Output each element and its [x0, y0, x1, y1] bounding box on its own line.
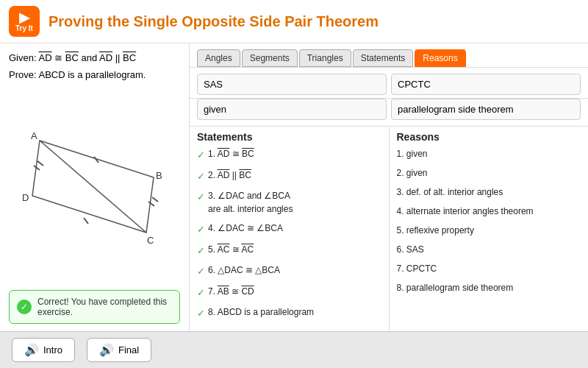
- reason-4: 4. alternate interior angles theorem: [397, 205, 534, 218]
- reason-input-given[interactable]: [197, 99, 387, 120]
- table-row: ✓ 1. AD ≅ BC: [197, 147, 381, 163]
- tab-reasons[interactable]: Reasons: [415, 49, 465, 67]
- success-message: ✓ Correct! You have completed this exerc…: [9, 290, 180, 324]
- svg-text:C: C: [147, 235, 154, 246]
- table-row: ✓ 3. ∠DAC and ∠BCAare alt. interior angl…: [197, 189, 381, 216]
- table-row: ✓ 6. △DAC ≅ △BCA: [197, 263, 381, 279]
- check-7: ✓: [197, 286, 205, 300]
- table-row: ✓ 5. AC ≅ AC: [197, 243, 381, 258]
- success-icon: ✓: [17, 300, 32, 314]
- given-prefix: Given:: [9, 52, 38, 63]
- reason-5: 5. reflexive property: [397, 224, 474, 237]
- svg-text:A: A: [31, 130, 37, 141]
- reason-input-sas[interactable]: [197, 74, 387, 95]
- main-area: Given: AD ≅ BC and AD || BC Prove: ABCD …: [0, 43, 588, 331]
- left-panel: Given: AD ≅ BC and AD || BC Prove: ABCD …: [0, 43, 190, 331]
- check-1: ✓: [197, 148, 205, 163]
- table-row: 6. SAS: [397, 243, 581, 256]
- intro-button[interactable]: 🔊 Intro: [12, 338, 75, 362]
- stmt-5: 5. AC ≅ AC: [208, 243, 381, 256]
- svg-line-3: [37, 161, 43, 166]
- page-title: Proving the Single Opposite Side Pair Th…: [49, 13, 379, 30]
- proof-table: Statements ✓ 1. AD ≅ BC ✓ 2. AD || BC ✓ …: [190, 127, 588, 331]
- tab-statements[interactable]: Statements: [353, 49, 414, 67]
- table-row: 2. given: [397, 166, 581, 180]
- stmt-2: 2. AD || BC: [208, 169, 381, 182]
- svg-text:D: D: [22, 192, 29, 203]
- stmt-1: 1. AD ≅ BC: [208, 147, 381, 160]
- table-row: ✓ 4. ∠DAC ≅ ∠BCA: [197, 222, 381, 237]
- table-row: 7. CPCTC: [397, 262, 581, 275]
- header: ▶ Try It Proving the Single Opposite Sid…: [0, 0, 588, 43]
- reason-input-parallelogram[interactable]: [391, 99, 581, 120]
- svg-line-6: [84, 218, 88, 224]
- reason-8: 8. parallelogram side theorem: [397, 281, 514, 294]
- svg-line-1: [40, 141, 146, 233]
- prove-text: Prove: ABCD is a parallelogram.: [9, 69, 180, 80]
- bottom-bar: 🔊 Intro 🔊 Final: [0, 331, 588, 368]
- input-area-1: [190, 68, 588, 99]
- stmt-8: 8. ABCD is a parallelogram: [208, 305, 381, 319]
- input-area-2: [190, 99, 588, 127]
- tab-triangles[interactable]: Triangles: [299, 49, 351, 67]
- table-row: 1. given: [397, 147, 581, 160]
- stmt-6: 6. △DAC ≅ △BCA: [208, 263, 381, 277]
- stmt-4: 4. ∠DAC ≅ ∠BCA: [208, 222, 381, 235]
- reason-2: 2. given: [397, 166, 428, 180]
- reason-6: 6. SAS: [397, 243, 424, 256]
- try-it-label: Try It: [15, 24, 33, 32]
- reason-3: 3. def. of alt. interior angles: [397, 185, 503, 199]
- given-AD2: AD: [99, 52, 112, 63]
- table-row: ✓ 7. AB ≅ CD: [197, 285, 381, 300]
- try-it-button[interactable]: ▶ Try It: [9, 6, 40, 37]
- speaker-icon-final: 🔊: [99, 343, 114, 357]
- check-6: ✓: [197, 264, 205, 279]
- svg-text:B: B: [156, 170, 162, 181]
- given-BC: BC: [65, 52, 79, 63]
- check-8: ✓: [197, 306, 205, 321]
- given-text: Given: AD ≅ BC and AD || BC: [9, 51, 180, 66]
- check-2: ✓: [197, 169, 205, 184]
- speaker-icon-intro: 🔊: [24, 343, 39, 357]
- try-it-icon: ▶: [19, 11, 29, 24]
- check-3: ✓: [197, 190, 205, 205]
- reasons-column: Reasons 1. given 2. given 3. def. of alt…: [390, 127, 589, 331]
- table-row: ✓ 8. ABCD is a parallelogram: [197, 305, 381, 321]
- final-label: Final: [118, 344, 139, 355]
- reason-7: 7. CPCTC: [397, 262, 437, 275]
- table-row: 8. parallelogram side theorem: [397, 281, 581, 294]
- table-row: 4. alternate interior angles theorem: [397, 205, 581, 218]
- right-panel: Angles Segments Triangles Statements Rea…: [190, 43, 588, 331]
- reason-input-cpctc[interactable]: [391, 74, 581, 95]
- check-5: ✓: [197, 244, 205, 258]
- given-BC2: BC: [123, 52, 136, 63]
- check-4: ✓: [197, 222, 205, 237]
- statements-column: Statements ✓ 1. AD ≅ BC ✓ 2. AD || BC ✓ …: [190, 127, 390, 331]
- final-button[interactable]: 🔊 Final: [87, 338, 151, 362]
- tab-segments[interactable]: Segments: [242, 49, 298, 67]
- table-row: 3. def. of alt. interior angles: [397, 185, 581, 199]
- table-row: ✓ 2. AD || BC: [197, 169, 381, 184]
- success-text: Correct! You have completed this exercis…: [37, 297, 172, 317]
- tab-angles[interactable]: Angles: [197, 49, 240, 67]
- reasons-header: Reasons: [397, 131, 581, 143]
- reason-1: 1. given: [397, 147, 428, 160]
- svg-line-5: [152, 197, 158, 202]
- statements-header: Statements: [197, 131, 381, 143]
- given-AD: AD: [38, 52, 51, 63]
- tabs-row: Angles Segments Triangles Statements Rea…: [190, 43, 588, 68]
- intro-label: Intro: [43, 344, 62, 355]
- table-row: 5. reflexive property: [397, 224, 581, 237]
- stmt-3: 3. ∠DAC and ∠BCAare alt. interior angles: [208, 189, 381, 216]
- stmt-7: 7. AB ≅ CD: [208, 285, 381, 298]
- geometry-diagram: A B C D: [9, 86, 180, 284]
